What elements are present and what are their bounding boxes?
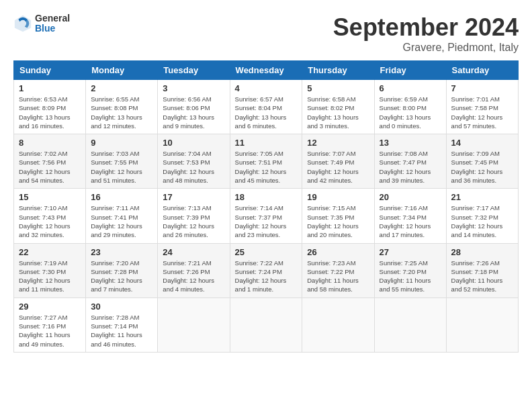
calendar-cell: 15Sunrise: 7:10 AMSunset: 7:43 PMDayligh… — [14, 189, 86, 243]
weekday-header-saturday: Saturday — [446, 61, 518, 80]
calendar-cell: 22Sunrise: 7:19 AMSunset: 7:30 PMDayligh… — [14, 243, 86, 298]
day-number: 15 — [19, 192, 81, 202]
day-info: Sunrise: 7:17 AMSunset: 7:32 PMDaylight:… — [451, 203, 513, 239]
calendar-cell — [302, 298, 374, 352]
day-info: Sunrise: 7:09 AMSunset: 7:45 PMDaylight:… — [451, 149, 513, 185]
day-number: 4 — [235, 83, 298, 93]
calendar-cell: 17Sunrise: 7:13 AMSunset: 7:39 PMDayligh… — [158, 189, 230, 243]
day-number: 9 — [91, 138, 152, 148]
day-info: Sunrise: 6:55 AMSunset: 8:08 PMDaylight:… — [91, 95, 152, 130]
calendar-cell — [230, 298, 302, 352]
calendar-cell: 4Sunrise: 6:57 AMSunset: 8:04 PMDaylight… — [230, 80, 302, 134]
day-number: 8 — [19, 138, 81, 148]
calendar-cell: 9Sunrise: 7:03 AMSunset: 7:55 PMDaylight… — [86, 134, 158, 189]
calendar-cell: 26Sunrise: 7:23 AMSunset: 7:22 PMDayligh… — [302, 243, 374, 298]
calendar-cell — [158, 298, 230, 352]
day-info: Sunrise: 6:59 AMSunset: 8:00 PMDaylight:… — [380, 95, 441, 130]
day-info: Sunrise: 7:16 AMSunset: 7:34 PMDaylight:… — [380, 203, 441, 239]
weekday-header-wednesday: Wednesday — [230, 61, 302, 80]
calendar-cell: 11Sunrise: 7:05 AMSunset: 7:51 PMDayligh… — [230, 134, 302, 189]
day-number: 1 — [19, 83, 81, 93]
logo-general: General — [35, 13, 70, 24]
day-info: Sunrise: 7:19 AMSunset: 7:30 PMDaylight:… — [19, 259, 81, 294]
logo: General Blue — [13, 13, 70, 34]
day-number: 28 — [451, 247, 513, 257]
weekday-header-sunday: Sunday — [14, 61, 86, 80]
calendar-cell: 1Sunrise: 6:53 AMSunset: 8:09 PMDaylight… — [14, 80, 86, 134]
calendar-cell: 23Sunrise: 7:20 AMSunset: 7:28 PMDayligh… — [86, 243, 158, 298]
calendar-cell: 12Sunrise: 7:07 AMSunset: 7:49 PMDayligh… — [302, 134, 374, 189]
weekday-header-friday: Friday — [374, 61, 446, 80]
day-info: Sunrise: 7:05 AMSunset: 7:51 PMDaylight:… — [235, 149, 298, 185]
day-info: Sunrise: 6:58 AMSunset: 8:02 PMDaylight:… — [307, 95, 369, 130]
location-subtitle: Gravere, Piedmont, Italy — [333, 42, 519, 54]
day-info: Sunrise: 6:57 AMSunset: 8:04 PMDaylight:… — [235, 95, 298, 130]
calendar-cell: 6Sunrise: 6:59 AMSunset: 8:00 PMDaylight… — [374, 80, 446, 134]
weekday-header-tuesday: Tuesday — [158, 61, 230, 80]
day-info: Sunrise: 7:28 AMSunset: 7:14 PMDaylight:… — [91, 313, 152, 349]
day-info: Sunrise: 7:03 AMSunset: 7:55 PMDaylight:… — [91, 149, 152, 185]
calendar-table: SundayMondayTuesdayWednesdayThursdayFrid… — [13, 60, 519, 353]
calendar-cell: 24Sunrise: 7:21 AMSunset: 7:26 PMDayligh… — [158, 243, 230, 298]
calendar-cell: 25Sunrise: 7:22 AMSunset: 7:24 PMDayligh… — [230, 243, 302, 298]
day-info: Sunrise: 7:01 AMSunset: 7:58 PMDaylight:… — [451, 95, 513, 130]
day-info: Sunrise: 7:15 AMSunset: 7:35 PMDaylight:… — [307, 203, 369, 239]
day-number: 23 — [91, 247, 152, 257]
day-number: 2 — [91, 83, 152, 93]
weekday-header-monday: Monday — [86, 61, 158, 80]
day-number: 14 — [451, 138, 513, 148]
calendar-cell: 19Sunrise: 7:15 AMSunset: 7:35 PMDayligh… — [302, 189, 374, 243]
calendar-cell: 3Sunrise: 6:56 AMSunset: 8:06 PMDaylight… — [158, 80, 230, 134]
day-info: Sunrise: 7:02 AMSunset: 7:56 PMDaylight:… — [19, 149, 81, 185]
day-info: Sunrise: 7:26 AMSunset: 7:18 PMDaylight:… — [451, 259, 513, 294]
day-number: 13 — [380, 138, 441, 148]
logo-text: General Blue — [35, 13, 70, 34]
day-info: Sunrise: 7:14 AMSunset: 7:37 PMDaylight:… — [235, 203, 298, 239]
day-number: 26 — [307, 247, 369, 257]
calendar-cell: 14Sunrise: 7:09 AMSunset: 7:45 PMDayligh… — [446, 134, 518, 189]
calendar-cell: 28Sunrise: 7:26 AMSunset: 7:18 PMDayligh… — [446, 243, 518, 298]
day-number: 11 — [235, 138, 298, 148]
calendar-cell: 20Sunrise: 7:16 AMSunset: 7:34 PMDayligh… — [374, 189, 446, 243]
day-number: 12 — [307, 138, 369, 148]
calendar-cell — [374, 298, 446, 352]
day-number: 24 — [163, 247, 224, 257]
calendar-cell — [446, 298, 518, 352]
day-number: 7 — [451, 83, 513, 93]
calendar-cell: 13Sunrise: 7:08 AMSunset: 7:47 PMDayligh… — [374, 134, 446, 189]
day-info: Sunrise: 6:56 AMSunset: 8:06 PMDaylight:… — [163, 95, 224, 130]
weekday-header-thursday: Thursday — [302, 61, 374, 80]
day-info: Sunrise: 7:27 AMSunset: 7:16 PMDaylight:… — [19, 313, 81, 349]
day-info: Sunrise: 7:20 AMSunset: 7:28 PMDaylight:… — [91, 259, 152, 294]
calendar-cell: 16Sunrise: 7:11 AMSunset: 7:41 PMDayligh… — [86, 189, 158, 243]
calendar-cell: 2Sunrise: 6:55 AMSunset: 8:08 PMDaylight… — [86, 80, 158, 134]
calendar-cell: 18Sunrise: 7:14 AMSunset: 7:37 PMDayligh… — [230, 189, 302, 243]
day-number: 25 — [235, 247, 298, 257]
day-info: Sunrise: 7:04 AMSunset: 7:53 PMDaylight:… — [163, 149, 224, 185]
day-info: Sunrise: 7:21 AMSunset: 7:26 PMDaylight:… — [163, 259, 224, 294]
day-number: 17 — [163, 192, 224, 202]
day-info: Sunrise: 6:53 AMSunset: 8:09 PMDaylight:… — [19, 95, 81, 130]
day-info: Sunrise: 7:22 AMSunset: 7:24 PMDaylight:… — [235, 259, 298, 294]
calendar-cell: 10Sunrise: 7:04 AMSunset: 7:53 PMDayligh… — [158, 134, 230, 189]
day-number: 6 — [380, 83, 441, 93]
logo-icon — [13, 14, 32, 33]
calendar-cell: 8Sunrise: 7:02 AMSunset: 7:56 PMDaylight… — [14, 134, 86, 189]
logo-blue: Blue — [35, 24, 70, 34]
day-info: Sunrise: 7:11 AMSunset: 7:41 PMDaylight:… — [91, 203, 152, 239]
calendar-cell: 5Sunrise: 6:58 AMSunset: 8:02 PMDaylight… — [302, 80, 374, 134]
day-number: 29 — [19, 302, 81, 312]
day-info: Sunrise: 7:13 AMSunset: 7:39 PMDaylight:… — [163, 203, 224, 239]
day-number: 20 — [380, 192, 441, 202]
calendar-cell: 21Sunrise: 7:17 AMSunset: 7:32 PMDayligh… — [446, 189, 518, 243]
day-number: 10 — [163, 138, 224, 148]
day-number: 22 — [19, 247, 81, 257]
calendar-cell: 7Sunrise: 7:01 AMSunset: 7:58 PMDaylight… — [446, 80, 518, 134]
day-number: 5 — [307, 83, 369, 93]
month-title: September 2024 — [333, 13, 519, 42]
day-number: 19 — [307, 192, 369, 202]
day-info: Sunrise: 7:10 AMSunset: 7:43 PMDaylight:… — [19, 203, 81, 239]
calendar-cell: 27Sunrise: 7:25 AMSunset: 7:20 PMDayligh… — [374, 243, 446, 298]
day-info: Sunrise: 7:25 AMSunset: 7:20 PMDaylight:… — [380, 259, 441, 294]
page-header: General Blue September 2024 Gravere, Pie… — [13, 13, 519, 54]
